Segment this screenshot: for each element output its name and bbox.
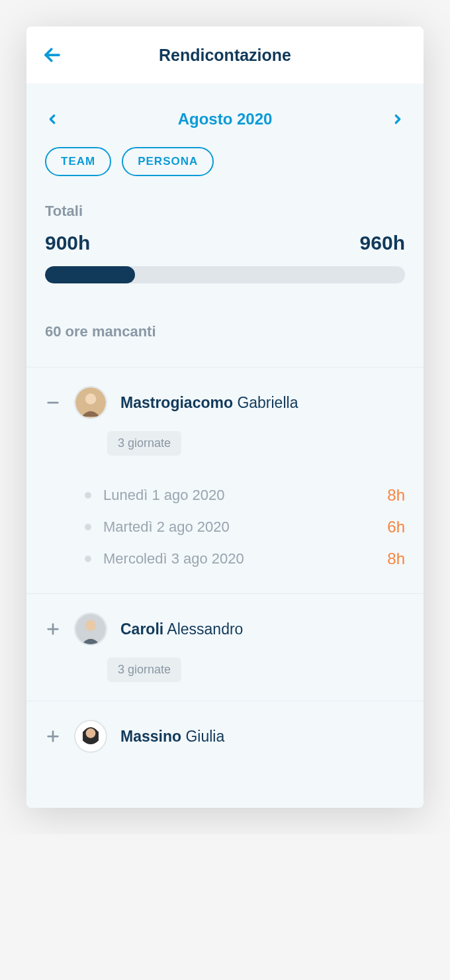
person-surname: Mastrogiacomo (120, 394, 233, 411)
person-surname: Massino (120, 728, 181, 745)
person-name: Massino Giulia (120, 728, 224, 746)
person-row: Massino Giulia — (26, 701, 424, 808)
bullet-icon (85, 524, 91, 530)
day-row: Mercoledì 3 ago 2020 8h (85, 543, 405, 575)
totals-label: Totali (45, 203, 405, 220)
page-title: Rendicontazione (42, 46, 408, 65)
avatar (74, 612, 107, 646)
chevron-left-icon (45, 112, 60, 126)
day-hours: 8h (387, 550, 405, 568)
minus-icon (46, 395, 60, 410)
day-hours: 6h (387, 518, 405, 536)
totals-progress-fill (45, 266, 135, 283)
person-name: Caroli Alessandro (120, 620, 243, 638)
collapse-button[interactable] (45, 392, 61, 413)
plus-icon (46, 622, 60, 636)
prev-month-button[interactable] (45, 112, 60, 126)
person-surname: Caroli (120, 620, 163, 638)
day-label: Lunedì 1 ago 2020 (103, 487, 225, 504)
days-count-badge: 3 giornate (107, 658, 181, 682)
filter-team-button[interactable]: TEAM (45, 147, 111, 176)
month-label: Agosto 2020 (178, 110, 273, 128)
person-name: Mastrogiacomo Gabriella (120, 394, 298, 412)
person-row: Mastrogiacomo Gabriella 3 giornate Luned… (26, 367, 424, 593)
svg-point-12 (86, 728, 96, 738)
person-firstname: Gabriella (237, 394, 298, 411)
expand-button[interactable] (45, 726, 61, 747)
filter-persona-button[interactable]: PERSONA (122, 147, 214, 176)
bullet-icon (85, 556, 91, 562)
bullet-icon (85, 492, 91, 499)
next-month-button[interactable] (390, 112, 405, 126)
person-firstname: Alessandro (167, 620, 243, 638)
totals-progress (45, 266, 405, 283)
person-firstname: Giulia (185, 728, 224, 745)
missing-hours-label: 60 ore mancanti (45, 323, 405, 340)
chevron-right-icon (390, 112, 405, 126)
expand-button[interactable] (45, 618, 61, 640)
totals-target: 960h (360, 232, 405, 254)
avatar (74, 720, 107, 753)
svg-point-3 (85, 393, 97, 405)
day-label: Mercoledì 3 ago 2020 (103, 550, 244, 567)
totals-current: 900h (45, 232, 90, 254)
day-row: Lunedì 1 ago 2020 8h (85, 479, 405, 511)
days-count-badge: 3 giornate (107, 431, 181, 456)
plus-icon (46, 729, 60, 744)
day-hours: 8h (387, 486, 405, 505)
person-row: Caroli Alessandro 3 giornate (26, 593, 424, 701)
avatar (74, 386, 107, 419)
day-label: Martedì 2 ago 2020 (103, 518, 230, 536)
svg-point-7 (85, 620, 97, 631)
day-row: Martedì 2 ago 2020 6h (85, 511, 405, 543)
